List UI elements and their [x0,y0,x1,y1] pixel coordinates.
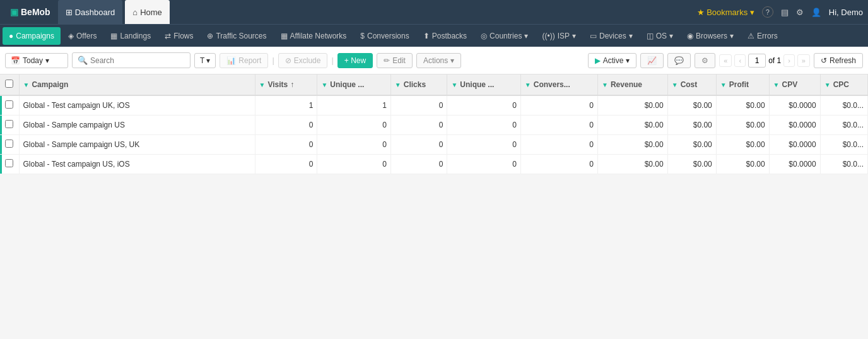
sidebar-item-landings[interactable]: ▦ Landings [104,27,157,45]
active-filter-button[interactable]: ▶ Active ▾ [588,53,637,68]
next-page-button[interactable]: › [783,54,795,67]
exclude-separator: | [331,56,333,65]
prev-page-button[interactable]: ‹ [734,54,746,67]
th-unique-visits[interactable]: ▼ Unique ... [317,74,390,95]
unique-clicks-cell: 0 [447,116,520,135]
sort-revenue-icon: ▼ [602,81,608,88]
message-button[interactable]: 💬 [667,53,691,68]
last-page-button[interactable]: » [797,54,810,67]
cpv-cell: $0.0000 [769,116,820,135]
sort-cost-icon: ▼ [672,81,678,88]
data-table-wrap: ▼ Campaign ▼ Visits ↑ ▼ Unique ... [0,74,868,174]
cost-cell: $0.00 [667,95,716,116]
row-checkbox-cell[interactable] [0,155,19,174]
sidebar-item-countries[interactable]: ◎ Countries ▾ [474,27,534,45]
sidebar-item-devices[interactable]: ▭ Devices ▾ [584,27,639,45]
cost-cell: $0.00 [667,135,716,155]
devices-icon: ▭ [590,32,597,40]
refresh-label: Refresh [830,56,856,65]
tab-home-label: Home [140,8,162,17]
sidebar-item-flows[interactable]: ⇄ Flows [158,27,199,45]
page-input[interactable] [748,54,766,68]
unique-visits-cell: 0 [317,155,390,174]
help-icon[interactable]: ? [762,6,773,18]
cpv-cell: $0.0000 [769,95,820,116]
exclude-icon: ⊘ [285,56,291,65]
th-unique-clicks[interactable]: ▼ Unique ... [447,74,520,95]
sidebar-item-affiliate-networks[interactable]: ▦ Affilate Networks [274,27,353,45]
first-page-button[interactable]: « [719,54,732,67]
profit-cell: $0.00 [716,116,769,135]
devices-chevron-icon: ▾ [629,32,633,40]
settings-icon[interactable]: ⚙ [796,8,804,17]
row-checkbox-cell[interactable] [0,95,19,116]
cost-cell: $0.00 [667,155,716,174]
sidebar-item-browsers[interactable]: ◉ Browsers ▾ [681,27,740,45]
th-conversions[interactable]: ▼ Convers... [520,74,597,95]
th-campaign[interactable]: ▼ Campaign [19,74,255,95]
sidebar-item-traffic-sources[interactable]: ⊕ Traffic Sources [201,27,273,45]
clicks-cell: 0 [390,116,447,135]
filter-label: T [200,56,204,65]
th-visits[interactable]: ▼ Visits ↑ [255,74,317,95]
row-checkbox-0[interactable] [5,100,13,109]
search-input[interactable] [90,56,185,65]
sort-cpc-icon: ▼ [824,81,831,88]
sidebar-item-offers[interactable]: ◈ Offers [62,27,103,45]
conversions-cell: 0 [520,155,597,174]
postbacks-icon: ⬆ [423,32,430,40]
sort-visits-icon: ▼ [259,81,266,88]
report-button[interactable]: 📊 Report [220,53,268,68]
user-icon: 👤 [811,8,821,17]
th-cpc[interactable]: ▼ CPC [820,74,867,95]
th-revenue[interactable]: ▼ Revenue [598,74,668,95]
actions-button[interactable]: Actions ▾ [416,53,461,68]
select-all-checkbox[interactable] [5,80,13,88]
th-cpv[interactable]: ▼ CPV [769,74,820,95]
sidebar-item-errors[interactable]: ⚠ Errors [741,27,784,45]
th-clicks[interactable]: ▼ Clicks [390,74,447,95]
tab-dashboard[interactable]: ⊞ Dashboard [58,0,123,24]
traffic-sources-icon: ⊕ [207,32,213,40]
visits-cell: 0 [255,155,317,174]
row-checkbox-1[interactable] [5,120,13,128]
cpv-cell: $0.0000 [769,155,820,174]
notification-icon[interactable]: ▤ [781,8,789,17]
filter-button[interactable]: T ▾ [194,53,216,68]
chart-button[interactable]: 📈 [640,53,664,68]
logo[interactable]: ▣ BeMob [5,7,56,17]
th-checkbox[interactable] [0,74,19,95]
sidebar-item-isp[interactable]: ((•)) ISP ▾ [536,27,582,45]
sidebar-item-conversions[interactable]: $ Conversions [354,27,415,45]
revenue-cell: $0.00 [598,155,668,174]
isp-icon: ((•)) [542,32,554,40]
date-picker[interactable]: 📅 Today ▾ [5,53,68,68]
new-label: + New [344,56,366,65]
sidebar-item-os[interactable]: ◫ OS ▾ [640,27,679,45]
row-checkbox-3[interactable] [5,159,13,167]
campaign-name-cell: Global - Sample campaign US, UK [19,135,255,155]
cpc-cell: $0.0... [820,135,867,155]
row-checkbox-2[interactable] [5,140,13,148]
report-icon: 📊 [226,56,236,65]
th-profit[interactable]: ▼ Profit [716,74,769,95]
cpv-cell: $0.0000 [769,135,820,155]
bookmarks-btn[interactable]: ★ Bookmarks ▾ [697,8,754,17]
row-checkbox-cell[interactable] [0,116,19,135]
sidebar-item-campaigns[interactable]: ● Campaigns [3,27,61,45]
new-button[interactable]: + New [337,53,373,68]
sidebar-item-postbacks[interactable]: ⬆ Postbacks [417,27,473,45]
search-box[interactable]: 🔍 [72,52,191,68]
exclude-button[interactable]: ⊘ Exclude [278,53,328,68]
browsers-icon: ◉ [687,32,693,40]
th-cost[interactable]: ▼ Cost [667,74,716,95]
top-nav: ▣ BeMob ⊞ Dashboard ⌂ Home ★ Bookmarks ▾… [0,0,868,24]
revenue-cell: $0.00 [598,95,668,116]
os-chevron-icon: ▾ [669,32,673,40]
tab-home[interactable]: ⌂ Home [125,0,170,24]
edit-button[interactable]: ✏ Edit [377,53,413,68]
settings-button[interactable]: ⚙ [695,53,715,68]
sort-profit-icon: ▼ [720,81,727,88]
refresh-button[interactable]: ↺ Refresh [814,53,863,68]
row-checkbox-cell[interactable] [0,135,19,155]
